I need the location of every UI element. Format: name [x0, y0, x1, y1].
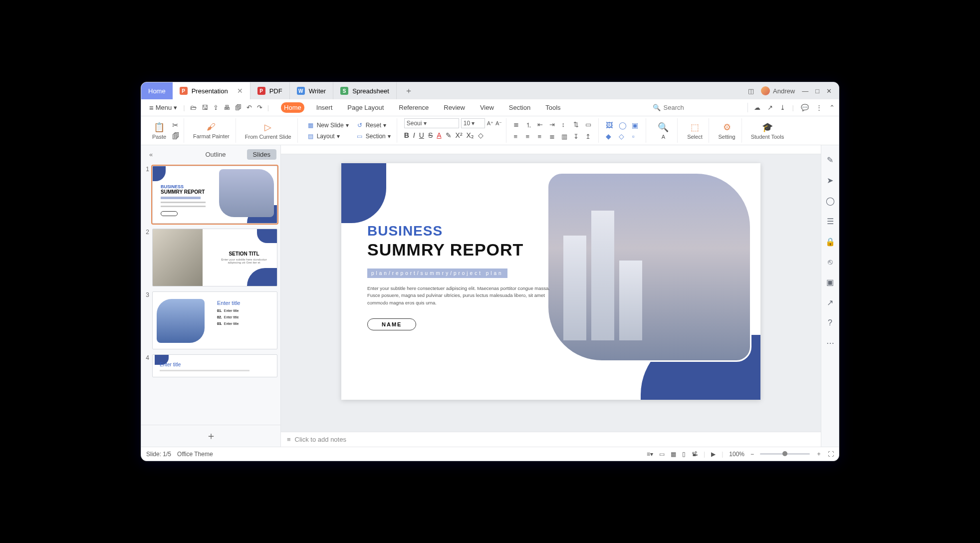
- justify-icon[interactable]: ≣: [549, 133, 558, 140]
- grow-font-icon[interactable]: A⁺: [487, 120, 493, 127]
- body-text[interactable]: Enter your subtitle here consectetuer ad…: [367, 285, 557, 306]
- search-box[interactable]: 🔍: [649, 103, 748, 112]
- numbering-icon[interactable]: ⒈: [525, 121, 534, 130]
- slide-canvas[interactable]: BUSINESS SUMMRY REPORT plan/report/summr…: [341, 163, 760, 400]
- sliders-icon[interactable]: ☰: [827, 217, 834, 226]
- heading-report[interactable]: SUMMRY REPORT: [367, 240, 557, 260]
- highlight-icon[interactable]: ✎: [446, 131, 452, 139]
- underline-icon[interactable]: U: [419, 131, 424, 139]
- print-icon[interactable]: 🖶: [224, 104, 230, 111]
- clear-format-icon[interactable]: ◇: [478, 131, 484, 139]
- outline-tab[interactable]: Outline: [199, 149, 232, 160]
- shape-fill-icon[interactable]: ◆: [606, 132, 616, 140]
- shape-effects-icon[interactable]: ▫: [632, 132, 642, 140]
- copy-icon[interactable]: 🗐: [172, 132, 180, 140]
- heading-business[interactable]: BUSINESS: [367, 223, 557, 239]
- collapse-ribbon-icon[interactable]: ⌃: [829, 104, 835, 111]
- notes-bar[interactable]: ≡ Click to add notes: [281, 432, 821, 447]
- superscript-icon[interactable]: X²: [456, 131, 463, 139]
- collapse-panel-icon[interactable]: «: [149, 151, 153, 158]
- add-tab-button[interactable]: ＋: [397, 86, 421, 96]
- tab-home[interactable]: Home: [141, 82, 173, 99]
- sorter-view-icon[interactable]: ▦: [671, 451, 676, 458]
- maximize-button[interactable]: □: [815, 87, 819, 95]
- slideshow-view-icon[interactable]: 📽: [692, 451, 698, 458]
- search-input[interactable]: [664, 104, 743, 111]
- paste-button[interactable]: 📋Paste: [149, 121, 169, 141]
- decrease-indent-icon[interactable]: ⇤: [537, 121, 546, 130]
- subscript-icon[interactable]: X₂: [467, 131, 474, 139]
- arrange-icon[interactable]: ▣: [632, 121, 642, 129]
- tab-writer[interactable]: W Writer: [290, 82, 333, 99]
- tab-pdf[interactable]: P PDF: [250, 82, 290, 99]
- name-pill[interactable]: NAME: [367, 318, 416, 330]
- setting-button[interactable]: ⚙Setting: [716, 121, 737, 141]
- select-button[interactable]: ⬚Select: [685, 121, 705, 141]
- add-slide-button[interactable]: ＋: [141, 425, 280, 447]
- share-out-icon[interactable]: ↗: [767, 104, 773, 111]
- italic-icon[interactable]: I: [413, 131, 415, 139]
- align-right-icon[interactable]: ≡: [537, 133, 546, 140]
- spacing-after-icon[interactable]: ↥: [585, 133, 594, 140]
- cut-icon[interactable]: ✂: [172, 121, 180, 130]
- bullets-icon[interactable]: ≣: [513, 121, 522, 130]
- shapes-icon[interactable]: ◯: [619, 121, 629, 129]
- share-icon[interactable]: ⇪: [213, 104, 219, 111]
- share-rail-icon[interactable]: ↗: [827, 298, 833, 307]
- zoom-in-icon[interactable]: ＋: [816, 450, 822, 458]
- line-spacing-icon[interactable]: ↕: [561, 121, 570, 130]
- user-menu[interactable]: Andrew: [761, 86, 795, 95]
- fit-window-icon[interactable]: ⛶: [828, 451, 834, 458]
- strike-icon[interactable]: S: [428, 131, 433, 139]
- columns-icon[interactable]: ▥: [561, 133, 570, 140]
- align-center-icon[interactable]: ≡: [525, 133, 534, 140]
- font-color-icon[interactable]: A: [437, 131, 441, 139]
- save-icon[interactable]: 🖫: [202, 104, 208, 111]
- align-text-icon[interactable]: ▭: [585, 121, 594, 130]
- tab-spreadsheet[interactable]: S Spreadsheet: [333, 82, 397, 99]
- bold-icon[interactable]: B: [404, 131, 409, 139]
- new-slide-button[interactable]: ▦New Slide ▾: [305, 121, 351, 130]
- font-name-select[interactable]: Seoui ▾: [404, 118, 459, 128]
- cloud-upload-icon[interactable]: ☁: [754, 104, 760, 111]
- spacing-before-icon[interactable]: ↧: [573, 133, 582, 140]
- shape-outline-icon[interactable]: ◇: [619, 132, 629, 140]
- align-left-icon[interactable]: ≡: [513, 133, 522, 140]
- view-menu-icon[interactable]: ≡▾: [647, 451, 653, 458]
- thumbnail-4[interactable]: 4 Enter title: [142, 354, 277, 377]
- zoom-level[interactable]: 100%: [729, 451, 744, 458]
- normal-view-icon[interactable]: ▭: [659, 451, 665, 458]
- play-status-icon[interactable]: ▶: [711, 451, 716, 458]
- horizontal-ruler[interactable]: [281, 145, 821, 154]
- ribbon-view[interactable]: View: [477, 102, 497, 113]
- thumbnail-3[interactable]: 3 Enter title 01.Enter title 02.Enter ti…: [142, 291, 277, 349]
- help-icon[interactable]: ?: [828, 318, 832, 327]
- tab-presentation[interactable]: P Presentation ✕: [173, 82, 250, 99]
- reading-view-icon[interactable]: ▯: [682, 451, 686, 458]
- export-icon[interactable]: ⤓: [780, 104, 785, 111]
- duplicate-icon[interactable]: ▣: [826, 277, 834, 287]
- slides-tab[interactable]: Slides: [247, 149, 276, 160]
- zoom-out-icon[interactable]: −: [750, 451, 754, 458]
- section-button[interactable]: ▭Section ▾: [354, 132, 393, 141]
- student-tools-button[interactable]: 🎓Student Tools: [749, 121, 786, 141]
- ribbon-home[interactable]: Home: [281, 102, 304, 113]
- chat-icon[interactable]: 💬: [801, 104, 809, 111]
- close-icon[interactable]: ✕: [237, 87, 243, 95]
- format-painter-button[interactable]: 🖌Farmat Painter: [191, 121, 232, 140]
- redo-icon[interactable]: ↷: [257, 104, 262, 111]
- open-icon[interactable]: 🗁: [190, 104, 197, 111]
- pencil-icon[interactable]: ✎: [827, 155, 833, 165]
- ribbon-reference[interactable]: Reference: [396, 102, 432, 113]
- more-icon[interactable]: ⋯: [826, 338, 834, 348]
- lock-icon[interactable]: 🔒: [825, 237, 835, 247]
- exit-icon[interactable]: ⎋: [828, 258, 833, 267]
- text-direction-icon[interactable]: ⇅: [573, 121, 582, 130]
- print-preview-icon[interactable]: 🗐: [235, 104, 242, 111]
- close-button[interactable]: ✕: [826, 87, 832, 95]
- ribbon-section[interactable]: Section: [506, 102, 533, 113]
- thumbnail-1[interactable]: 1 BUSINESS SUMMRY REPORT: [142, 166, 277, 224]
- zoom-slider[interactable]: [760, 453, 810, 455]
- shrink-font-icon[interactable]: A⁻: [495, 120, 502, 127]
- increase-indent-icon[interactable]: ⇥: [549, 121, 558, 130]
